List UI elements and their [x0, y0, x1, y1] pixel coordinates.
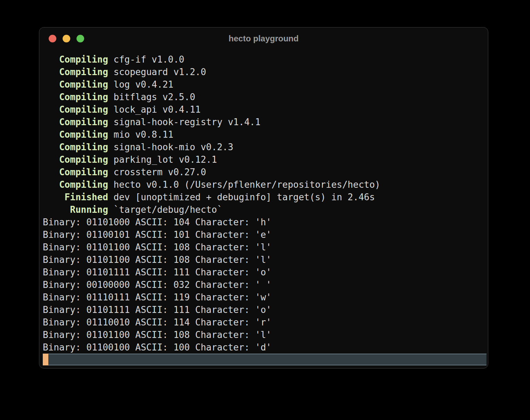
binary-line: Binary: 01110010 ASCII: 114 Character: '… [43, 316, 488, 329]
binary-line: Binary: 01100100 ASCII: 100 Character: '… [43, 341, 488, 354]
binary-line: Binary: 01110111 ASCII: 119 Character: '… [43, 291, 488, 304]
cargo-line: Compiling hecto v0.1.0 (/Users/pflenker/… [43, 178, 488, 191]
cargo-line-text: mio v0.8.11 [108, 129, 174, 140]
binary-line: Binary: 00100000 ASCII: 032 Character: '… [43, 278, 488, 291]
cargo-line-text: signal-hook-registry v1.4.1 [108, 117, 260, 127]
cargo-line: Compiling log v0.4.21 [43, 78, 488, 91]
cargo-status-label: Compiling [43, 153, 108, 166]
cargo-status-label: Compiling [43, 53, 108, 66]
cargo-line: Compiling parking_lot v0.12.1 [43, 153, 488, 166]
cargo-status-label: Compiling [43, 141, 108, 153]
cargo-line: Compiling lock_api v0.4.11 [43, 103, 488, 116]
traffic-lights [39, 35, 84, 42]
cargo-status-label: Compiling [43, 103, 108, 116]
cargo-line: Running `target/debug/hecto` [43, 203, 488, 216]
terminal-screen[interactable]: Compiling cfg-if v1.0.0Compiling scopegu… [39, 50, 488, 369]
cargo-line-text: bitflags v2.5.0 [108, 92, 195, 102]
cargo-status-label: Compiling [43, 78, 108, 91]
cargo-line-text: log v0.4.21 [108, 79, 174, 90]
cargo-status-label: Compiling [43, 66, 108, 78]
cargo-line-text: `target/debug/hecto` [108, 204, 223, 215]
binary-line: Binary: 01101100 ASCII: 108 Character: '… [43, 329, 488, 341]
terminal-output: Compiling cfg-if v1.0.0Compiling scopegu… [43, 53, 488, 354]
binary-line: Binary: 01101100 ASCII: 108 Character: '… [43, 253, 488, 266]
binary-line: Binary: 01101000 ASCII: 104 Character: '… [43, 216, 488, 228]
cargo-line: Compiling scopeguard v1.2.0 [43, 66, 488, 78]
cargo-status-label: Running [43, 203, 108, 216]
window-title: hecto playground [39, 27, 488, 50]
cargo-status-label: Compiling [43, 166, 108, 178]
binary-line: Binary: 01100101 ASCII: 101 Character: '… [43, 228, 488, 241]
cargo-status-label: Compiling [43, 178, 108, 191]
cargo-line: Finished dev [unoptimized + debuginfo] t… [43, 191, 488, 203]
cargo-line-text: parking_lot v0.12.1 [108, 154, 217, 165]
cargo-line: Compiling mio v0.8.11 [43, 128, 488, 141]
cargo-status-label: Finished [43, 191, 108, 203]
cargo-line-text: signal-hook-mio v0.2.3 [108, 142, 233, 152]
cargo-status-label: Compiling [43, 128, 108, 141]
minimize-button[interactable] [63, 35, 70, 42]
binary-line: Binary: 01101111 ASCII: 111 Character: '… [43, 304, 488, 316]
cursor-block [43, 354, 48, 365]
status-bar [43, 354, 487, 365]
binary-line: Binary: 01101100 ASCII: 108 Character: '… [43, 241, 488, 253]
cargo-status-label: Compiling [43, 116, 108, 128]
cargo-line: Compiling cfg-if v1.0.0 [43, 53, 488, 66]
cargo-line: Compiling crossterm v0.27.0 [43, 166, 488, 178]
cargo-line-text: cfg-if v1.0.0 [108, 54, 184, 65]
cargo-line: Compiling signal-hook-registry v1.4.1 [43, 116, 488, 128]
cargo-line-text: dev [unoptimized + debuginfo] target(s) … [108, 192, 375, 202]
cargo-status-label: Compiling [43, 91, 108, 103]
cargo-line-text: lock_api v0.4.11 [108, 104, 201, 115]
zoom-button[interactable] [77, 35, 84, 42]
cargo-line-text: hecto v0.1.0 (/Users/pflenker/repositori… [108, 179, 380, 190]
terminal-window: hecto playground Compiling cfg-if v1.0.0… [39, 27, 488, 369]
cargo-line-text: scopeguard v1.2.0 [108, 67, 206, 77]
window-titlebar[interactable]: hecto playground [39, 27, 488, 50]
cargo-line: Compiling signal-hook-mio v0.2.3 [43, 141, 488, 153]
cargo-line: Compiling bitflags v2.5.0 [43, 91, 488, 103]
binary-line: Binary: 01101111 ASCII: 111 Character: '… [43, 266, 488, 278]
cargo-line-text: crossterm v0.27.0 [108, 167, 206, 177]
close-button[interactable] [49, 35, 56, 42]
